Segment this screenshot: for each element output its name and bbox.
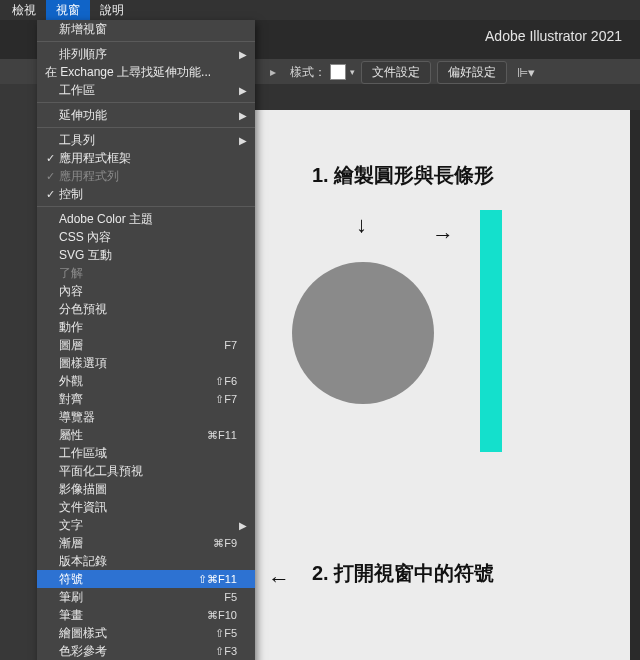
doc-setup-button[interactable]: 文件設定 <box>361 61 431 84</box>
menu-separator <box>37 102 255 103</box>
menu-item[interactable]: ✓應用程式框架 <box>37 149 255 167</box>
menu-item[interactable]: 外觀⇧F6 <box>37 372 255 390</box>
menu-item[interactable]: 版本記錄 <box>37 552 255 570</box>
menu-separator <box>37 206 255 207</box>
app-title: Adobe Illustrator 2021 <box>485 28 622 44</box>
menu-item[interactable]: 筆畫⌘F10 <box>37 606 255 624</box>
style-caret-icon[interactable]: ▾ <box>350 67 355 77</box>
menu-item-label: 排列順序 <box>57 46 193 63</box>
menu-item[interactable]: 圖層F7 <box>37 336 255 354</box>
menu-item: ✓應用程式列 <box>37 167 255 185</box>
menu-item-label: 延伸功能 <box>57 107 193 124</box>
menu-item[interactable]: 延伸功能▶ <box>37 106 255 124</box>
menu-item-label: 分色預視 <box>57 301 193 318</box>
menu-item[interactable]: ✓控制 <box>37 185 255 203</box>
menu-shortcut: ⇧F6 <box>193 375 237 388</box>
menu-shortcut: F7 <box>193 339 237 351</box>
menu-shortcut: F5 <box>193 591 237 603</box>
menu-item[interactable]: 導覽器 <box>37 408 255 426</box>
menu-separator <box>37 127 255 128</box>
menu-item[interactable]: CSS 內容 <box>37 228 255 246</box>
menu-item[interactable]: 繪圖樣式⇧F5 <box>37 624 255 642</box>
menu-item-label: 文字 <box>57 517 193 534</box>
menu-item-label: 應用程式框架 <box>57 150 193 167</box>
menu-item-label: 平面化工具預視 <box>57 463 193 480</box>
menu-item[interactable]: 新增視窗 <box>37 20 255 38</box>
menu-item[interactable]: 工作區域 <box>37 444 255 462</box>
left-arrow-icon: ← <box>268 566 290 592</box>
menu-item-label: 外觀 <box>57 373 193 390</box>
menu-item-label: 工作區 <box>57 82 193 99</box>
menu-item[interactable]: 文字▶ <box>37 516 255 534</box>
menu-item[interactable]: 內容 <box>37 282 255 300</box>
menu-item-label: 漸層 <box>57 535 193 552</box>
menu-item[interactable]: Adobe Color 主題 <box>37 210 255 228</box>
menu-item[interactable]: 動作 <box>37 318 255 336</box>
menu-item[interactable]: 漸層⌘F9 <box>37 534 255 552</box>
menu-item[interactable]: 筆刷F5 <box>37 588 255 606</box>
menu-item-label: Adobe Color 主題 <box>57 211 193 228</box>
menu-item[interactable]: 文件資訊 <box>37 498 255 516</box>
menu-separator <box>37 41 255 42</box>
menu-item-label: 控制 <box>57 186 193 203</box>
menu-item[interactable]: 符號⇧⌘F11 <box>37 570 255 588</box>
submenu-arrow-icon: ▶ <box>237 49 247 60</box>
menu-item-label: SVG 互動 <box>57 247 193 264</box>
menu-item[interactable]: 在 Exchange 上尋找延伸功能... <box>37 63 255 81</box>
teal-bar <box>480 210 502 452</box>
check-icon: ✓ <box>43 170 57 183</box>
check-icon: ✓ <box>43 188 57 201</box>
pref-button[interactable]: 偏好設定 <box>437 61 507 84</box>
menu-item-label: 色彩參考 <box>57 643 193 660</box>
chevron-right-icon: ▸ <box>270 65 276 79</box>
menu-item-label: 工具列 <box>57 132 193 149</box>
gray-circle <box>292 262 434 404</box>
annotation-step1: 1. 繪製圓形與長條形 <box>312 162 494 189</box>
menu-item-label: 內容 <box>57 283 193 300</box>
menu-view[interactable]: 檢視 <box>2 0 46 21</box>
menu-item-label: 筆刷 <box>57 589 193 606</box>
menu-item-label: 應用程式列 <box>57 168 193 185</box>
menu-window[interactable]: 視窗 <box>46 0 90 21</box>
annotation-step2: 2. 打開視窗中的符號 <box>312 560 494 587</box>
check-icon: ✓ <box>43 152 57 165</box>
menu-item-label: 圖樣選項 <box>57 355 193 372</box>
menu-shortcut: ⌘F9 <box>193 537 237 550</box>
menu-item[interactable]: 影像描圖 <box>37 480 255 498</box>
menu-shortcut: ⌘F11 <box>193 429 237 442</box>
down-arrow-icon: ↓ <box>356 212 367 238</box>
menu-item-label: 在 Exchange 上尋找延伸功能... <box>43 64 211 81</box>
menu-item[interactable]: 平面化工具預視 <box>37 462 255 480</box>
menu-item[interactable]: SVG 互動 <box>37 246 255 264</box>
menu-help[interactable]: 說明 <box>90 0 134 21</box>
right-arrow-icon: → <box>432 222 454 248</box>
menu-item[interactable]: 圖樣選項 <box>37 354 255 372</box>
menu-item[interactable]: 分色預視 <box>37 300 255 318</box>
menu-item[interactable]: 屬性⌘F11 <box>37 426 255 444</box>
menu-shortcut: ⇧F7 <box>193 393 237 406</box>
style-swatch[interactable] <box>330 64 346 80</box>
menu-item[interactable]: 對齊⇧F7 <box>37 390 255 408</box>
menu-item-label: CSS 內容 <box>57 229 193 246</box>
menu-shortcut: ⇧⌘F11 <box>193 573 237 586</box>
menu-shortcut: ⌘F10 <box>193 609 237 622</box>
menu-item[interactable]: 色彩參考⇧F3 <box>37 642 255 660</box>
submenu-arrow-icon: ▶ <box>237 110 247 121</box>
menu-item-label: 了解 <box>57 265 193 282</box>
menu-item-label: 繪圖樣式 <box>57 625 193 642</box>
menu-shortcut: ⇧F3 <box>193 645 237 658</box>
align-icon[interactable]: ⊫▾ <box>517 65 535 80</box>
menu-item-label: 動作 <box>57 319 193 336</box>
style-label: 樣式： <box>290 64 326 81</box>
submenu-arrow-icon: ▶ <box>237 135 247 146</box>
submenu-arrow-icon: ▶ <box>237 85 247 96</box>
menu-item: 了解 <box>37 264 255 282</box>
menu-item[interactable]: 工作區▶ <box>37 81 255 99</box>
menu-item-label: 筆畫 <box>57 607 193 624</box>
menu-item-label: 新增視窗 <box>57 21 193 38</box>
menu-item[interactable]: 排列順序▶ <box>37 45 255 63</box>
menu-item-label: 屬性 <box>57 427 193 444</box>
menu-item[interactable]: 工具列▶ <box>37 131 255 149</box>
submenu-arrow-icon: ▶ <box>237 520 247 531</box>
menu-item-label: 文件資訊 <box>57 499 193 516</box>
